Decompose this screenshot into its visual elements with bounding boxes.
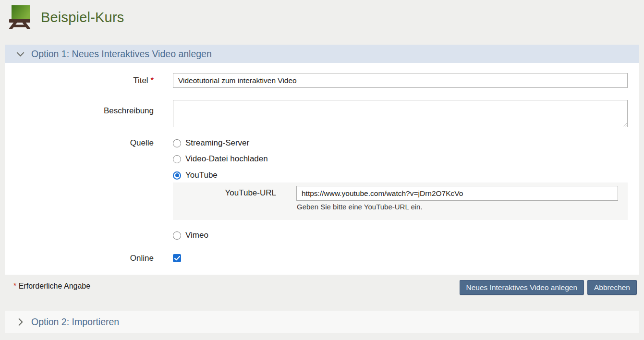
- beschreibung-label: Beschreibung: [5, 106, 154, 116]
- radio-label: Video-Datei hochladen: [185, 154, 268, 164]
- online-label: Online: [5, 253, 154, 264]
- radio-video-datei-hochladen[interactable]: Video-Datei hochladen: [173, 154, 268, 164]
- youtube-url-panel: YouTube-URL Geben Sie bitte eine YouTube…: [173, 182, 628, 220]
- section-option1-header[interactable]: Option 1: Neues Interaktives Video anleg…: [5, 45, 639, 63]
- page-title: Beispiel-Kurs: [41, 10, 124, 25]
- required-asterisk: *: [13, 282, 16, 290]
- required-asterisk: *: [150, 76, 154, 85]
- radio-unchecked-icon[interactable]: [173, 139, 181, 147]
- online-checkbox-checked[interactable]: [173, 254, 181, 262]
- section-option1-title: Option 1: Neues Interaktives Video anleg…: [31, 49, 212, 60]
- chevron-right-icon: [15, 316, 26, 328]
- form-button-bar: Neues Interaktives Video anlegen Abbrech…: [460, 280, 637, 295]
- radio-unchecked-icon[interactable]: [173, 231, 181, 240]
- cancel-button[interactable]: Abbrechen: [587, 280, 637, 295]
- radio-youtube[interactable]: YouTube: [173, 170, 218, 181]
- submit-button[interactable]: Neues Interaktives Video anlegen: [460, 280, 584, 295]
- new-interactive-video-form: Titel * Beschreibung Quelle Streaming-Se…: [5, 63, 639, 275]
- checkmark-icon: [174, 256, 180, 261]
- radio-label: YouTube: [185, 170, 218, 180]
- titel-input[interactable]: [173, 73, 628, 88]
- radio-checked-icon[interactable]: [173, 171, 181, 180]
- youtube-url-input[interactable]: [296, 186, 618, 201]
- page-header: Beispiel-Kurs: [0, 0, 644, 41]
- radio-vimeo[interactable]: Vimeo: [173, 230, 208, 241]
- easel-blackboard-icon: [8, 5, 31, 29]
- youtube-url-hint: Geben Sie bitte eine YouTube-URL ein.: [297, 203, 423, 211]
- beschreibung-textarea[interactable]: [173, 100, 628, 127]
- section-option2-header[interactable]: Option 2: Importieren: [5, 311, 639, 333]
- youtube-url-label: YouTube-URL: [173, 188, 276, 198]
- quelle-label: Quelle: [5, 138, 154, 148]
- radio-streaming-server[interactable]: Streaming-Server: [173, 138, 249, 148]
- section-option2-title: Option 2: Importieren: [31, 316, 119, 328]
- required-note: * Erforderliche Angabe: [13, 282, 90, 291]
- chevron-down-icon: [15, 49, 26, 60]
- radio-label: Streaming-Server: [185, 138, 249, 148]
- titel-label: Titel *: [5, 75, 154, 86]
- radio-label: Vimeo: [185, 231, 208, 240]
- radio-unchecked-icon[interactable]: [173, 155, 181, 163]
